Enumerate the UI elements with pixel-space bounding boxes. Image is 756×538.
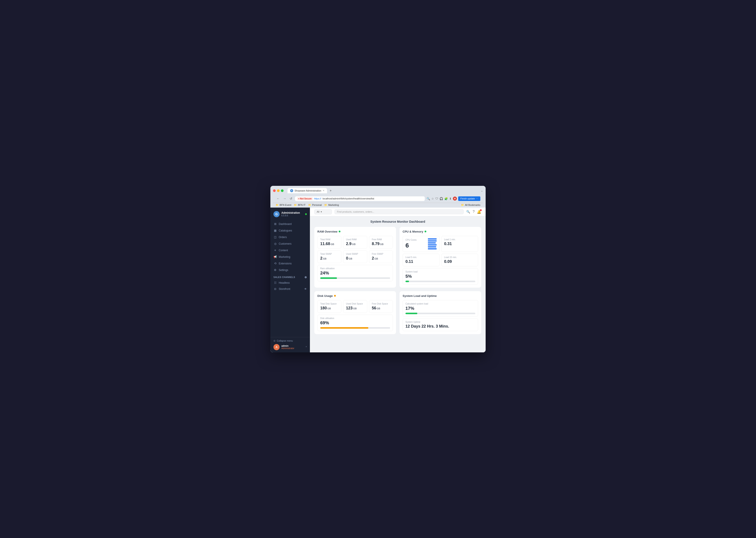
- disk-progress-fill: [320, 327, 368, 329]
- new-tab-button[interactable]: +: [328, 188, 333, 193]
- sidebar-item-headless[interactable]: ☷ Headless: [270, 280, 310, 286]
- reload-button[interactable]: ↺: [289, 196, 293, 201]
- calc-load-value: 17%: [406, 306, 475, 311]
- sidebar-item-extensions[interactable]: ⟲ Extensions: [270, 260, 310, 267]
- notifications-icon[interactable]: 🔔: [477, 210, 481, 214]
- search-input[interactable]: Find products, customers, orders...: [335, 209, 464, 214]
- sidebar-nav: ⊞ Dashboard ▦ Catalogues ◫ Orders ◎ Cust…: [270, 220, 310, 337]
- toolbar-icons: 🔍 ☆ 🛡 🎧 🧩 ⬇ M Finish update ⋯: [426, 196, 480, 201]
- used-disk-card: Used Disk Space 123 GB: [343, 300, 367, 313]
- total-ram-card: Total RAM 11.68 GB: [317, 236, 341, 248]
- tab-favicon: [290, 189, 293, 192]
- user-info: A admin Administrator ^: [274, 344, 307, 350]
- close-button[interactable]: [273, 189, 276, 192]
- ram-util-value: 24%: [320, 271, 390, 276]
- minimize-button[interactable]: [277, 189, 280, 192]
- bookmark-personal[interactable]: 📁 Personal: [308, 204, 322, 206]
- visibility-icon[interactable]: 👁: [304, 288, 307, 291]
- tab-close-icon[interactable]: ✕: [323, 189, 324, 192]
- calc-load-progress-fill: [406, 313, 417, 314]
- sidebar-item-dashboard[interactable]: ⊞ Dashboard: [270, 221, 310, 227]
- help-icon[interactable]: ?: [472, 210, 474, 214]
- extensions-icon[interactable]: 🧩: [444, 197, 448, 200]
- chevron-down-icon[interactable]: ⌄: [481, 189, 483, 192]
- topbar-right: ? 🔔: [472, 210, 481, 214]
- sidebar-item-orders[interactable]: ◫ Orders: [270, 234, 310, 241]
- add-sales-channel-icon[interactable]: ⊕: [304, 276, 307, 279]
- storefront-icon: ⊟: [274, 287, 277, 291]
- browser-tab[interactable]: Shopware Administration ✕: [287, 188, 327, 193]
- page-title: System Resource Monitor Dashboard: [314, 220, 481, 223]
- search-icon[interactable]: 🔍: [426, 197, 430, 200]
- total-disk-value: 180 GB: [320, 306, 339, 310]
- chevron-right-icon: ⋯: [476, 197, 478, 200]
- shield-icon[interactable]: 🛡: [435, 197, 438, 200]
- uptime-value: 12 Days 22 Hrs. 3 Mins.: [406, 324, 475, 329]
- bookmark-bfnevent[interactable]: 📁 BFN Event: [276, 204, 291, 206]
- profile-icon[interactable]: M: [453, 196, 457, 200]
- browser-window: Shopware Administration ✕ + ⌄ ← → ↺ Not …: [270, 186, 486, 352]
- used-swap-card: Used SWAP 0 GB: [343, 250, 367, 263]
- forward-button[interactable]: →: [282, 196, 287, 201]
- collapse-menu-button[interactable]: ⊙ Collapse menu: [274, 340, 307, 342]
- sidebar-item-content[interactable]: ≡ Content: [270, 247, 310, 254]
- sidebar-header: Administration 6.5.8.6: [270, 208, 310, 220]
- bookmark-label: Marketing: [328, 204, 339, 206]
- address-bar-container: ← → ↺ Not Secure https:// localhost/admi…: [273, 195, 483, 203]
- search-placeholder: Find products, customers, orders...: [337, 210, 374, 213]
- calc-load-label: Calculated system load: [406, 302, 475, 305]
- used-ram-label: Used RAM: [346, 238, 364, 241]
- tab-bar: Shopware Administration ✕ +: [287, 188, 479, 193]
- system-load-label: System load: [406, 271, 475, 273]
- download-icon[interactable]: ⬇: [449, 197, 452, 200]
- sidebar-item-customers[interactable]: ◎ Customers: [270, 241, 310, 247]
- sidebar: Administration 6.5.8.6 ⊞ Dashboard ▦ Cat…: [270, 208, 310, 352]
- user-chevron-icon[interactable]: ^: [306, 346, 307, 349]
- ram-metrics-row: Total RAM 11.68 GB Used RAM 2.9: [317, 236, 393, 248]
- search-button[interactable]: 🔍: [466, 210, 470, 213]
- ram-util-label: Ram utilisation: [320, 267, 390, 270]
- star-icon[interactable]: ☆: [431, 197, 434, 200]
- cpu-cores-value: 6: [406, 242, 417, 249]
- bookmark-bfnit[interactable]: 📁 BFN IT: [294, 204, 305, 206]
- used-swap-label: Used SWAP: [346, 253, 364, 255]
- headphones-icon[interactable]: 🎧: [439, 197, 443, 200]
- load15-card: Load 15 min. 0.09: [441, 254, 478, 266]
- disk-progress-bar: [320, 327, 390, 329]
- all-bookmarks[interactable]: 📁 All Bookmarks: [461, 204, 480, 206]
- dashboard-grid: RAM Overview Total RAM 11.68 GB: [314, 227, 481, 334]
- bookmark-marketing[interactable]: 📁 Marketing: [324, 204, 339, 206]
- load1-value: 0.31: [444, 242, 475, 246]
- load1-card: Load 1 min. 0.31: [441, 236, 478, 252]
- sidebar-item-label: Content: [279, 249, 288, 252]
- finish-update-button[interactable]: Finish update ⋯: [458, 196, 480, 201]
- sidebar-logo: [274, 211, 280, 217]
- dashboard-icon: ⊞: [274, 222, 277, 226]
- catalogues-icon: ▦: [274, 229, 277, 232]
- uptime-section: System Uptime 12 Days 22 Hrs. 3 Mins.: [403, 318, 478, 331]
- search-filter-dropdown[interactable]: All ▾: [314, 209, 332, 214]
- cpu-status-indicator: [424, 231, 426, 232]
- total-swap-card: Total SWAP 2 GB: [317, 250, 341, 263]
- sidebar-item-settings[interactable]: ⚙ Settings: [270, 267, 310, 273]
- sidebar-item-marketing[interactable]: 📢 Marketing: [270, 254, 310, 260]
- sidebar-item-label: Orders: [279, 236, 287, 239]
- back-button[interactable]: ←: [276, 196, 281, 201]
- load15-value: 0.09: [444, 259, 475, 264]
- total-ram-value: 11.68 GB: [320, 242, 339, 246]
- free-ram-value: 8.79 GB: [372, 242, 390, 246]
- orders-icon: ◫: [274, 236, 277, 239]
- user-avatar: A: [274, 344, 280, 350]
- sidebar-item-catalogues[interactable]: ▦ Catalogues: [270, 227, 310, 234]
- disk-usage-header: Disk Usage: [317, 294, 393, 297]
- maximize-button[interactable]: [281, 189, 284, 192]
- cpu-bar-4: [428, 244, 437, 245]
- tab-title: Shopware Administration: [294, 189, 321, 192]
- address-bar[interactable]: Not Secure https:// localhost/admin#/bfn…: [295, 196, 425, 201]
- headless-icon: ☷: [274, 281, 277, 285]
- cpu-bar-6: [428, 248, 437, 249]
- sidebar-item-label: Marketing: [279, 255, 290, 258]
- cpu-bars-visual: [428, 238, 437, 249]
- sidebar-item-storefront[interactable]: ⊟ Storefront 👁: [270, 286, 310, 292]
- bookmarks-icon: 📁: [461, 204, 464, 206]
